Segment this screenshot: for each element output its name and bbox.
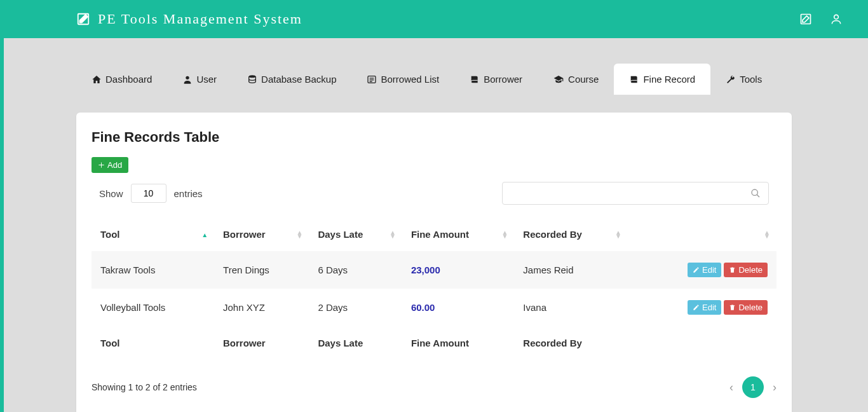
tab-label: Fine Record	[643, 74, 695, 85]
sort-icon: ▲▼	[390, 231, 396, 238]
sort-icon: ▲▼	[501, 231, 508, 238]
brand: PE Tools Management System	[76, 11, 302, 27]
cell-tool: Takraw Tools	[92, 251, 214, 289]
delete-button[interactable]: Delete	[724, 300, 768, 315]
add-label: Add	[107, 160, 122, 170]
foot-days-late: Days Late	[309, 326, 402, 360]
edit-button[interactable]: Edit	[688, 300, 721, 315]
cell-actions: Edit Delete	[628, 251, 776, 289]
col-days-late[interactable]: Days Late▲▼	[309, 217, 402, 251]
list-icon	[367, 74, 377, 85]
compose-icon[interactable]	[799, 13, 812, 25]
wrench-icon	[726, 74, 736, 85]
tab-label: Tools	[740, 74, 762, 85]
pagination: ‹ 1 ›	[729, 376, 776, 398]
fine-records-table: Tool▲ Borrower▲▼ Days Late▲▼ Fine Amount…	[92, 217, 776, 360]
tab-label: Borrower	[484, 74, 522, 85]
search-input[interactable]	[510, 188, 750, 198]
trash-icon	[729, 304, 736, 311]
table-row: Takraw ToolsTren Dings6 Days23,000James …	[92, 251, 776, 289]
edit-button[interactable]: Edit	[688, 263, 721, 277]
tab-user[interactable]: User	[167, 64, 232, 95]
foot-actions	[628, 326, 776, 360]
trash-icon	[729, 266, 736, 273]
tab-label: Database Backup	[261, 74, 336, 85]
add-button[interactable]: Add	[92, 157, 128, 173]
svg-point-9	[752, 189, 757, 195]
sidebar-strip	[0, 0, 4, 412]
tab-borrower[interactable]: Borrower	[454, 64, 538, 95]
cell-fine-amount: 23,000	[402, 251, 514, 289]
entries-label: entries	[174, 188, 203, 199]
col-borrower[interactable]: Borrower▲▼	[214, 217, 309, 251]
foot-recorded-by: Recorded By	[514, 326, 628, 360]
show-entries: Show entries	[99, 184, 203, 203]
search-box	[502, 182, 769, 205]
tab-dashboard[interactable]: Dashboard	[76, 64, 167, 95]
user-icon	[182, 74, 193, 85]
graduation-icon	[553, 74, 564, 85]
book-icon	[470, 74, 480, 85]
nav-tabs: Dashboard User Database Backup Borrowed …	[76, 64, 792, 95]
search-icon	[750, 188, 761, 198]
col-actions[interactable]: ▲▼	[628, 217, 776, 251]
cell-borrower: Tren Dings	[214, 251, 309, 289]
tab-course[interactable]: Course	[538, 64, 614, 95]
col-fine-amount[interactable]: Fine Amount▲▼	[402, 217, 514, 251]
page-title: Fine Records Table	[92, 129, 776, 146]
table-row: Volleyball ToolsJohn XYZ2 Days60.00Ivana…	[92, 289, 776, 326]
sort-icon: ▲▼	[615, 231, 621, 238]
cell-actions: Edit Delete	[628, 289, 776, 326]
plus-icon	[98, 161, 105, 168]
tab-database-backup[interactable]: Database Backup	[232, 64, 351, 95]
edit-icon	[76, 12, 90, 26]
sort-icon: ▲▼	[296, 231, 302, 238]
content: Dashboard User Database Backup Borrowed …	[0, 38, 868, 412]
show-label: Show	[99, 188, 123, 199]
sort-asc-icon: ▲	[201, 231, 208, 238]
cell-days-late: 6 Days	[309, 251, 402, 289]
user-icon[interactable]	[830, 13, 843, 25]
database-icon	[247, 74, 257, 85]
top-navbar: PE Tools Management System	[0, 0, 868, 38]
col-tool[interactable]: Tool▲	[92, 217, 214, 251]
delete-button[interactable]: Delete	[724, 263, 768, 277]
sort-icon: ▲▼	[764, 231, 770, 238]
foot-borrower: Borrower	[214, 326, 309, 360]
home-icon	[92, 74, 102, 85]
svg-line-10	[757, 195, 759, 197]
tab-fine-record[interactable]: Fine Record	[614, 64, 710, 95]
foot-tool: Tool	[92, 326, 214, 360]
cell-borrower: John XYZ	[214, 289, 309, 326]
table-footer: Showing 1 to 2 of 2 entries ‹ 1 ›	[92, 376, 776, 398]
pencil-icon	[693, 266, 700, 273]
fine-records-card: Fine Records Table Add Show entries Tool…	[76, 113, 792, 412]
next-page[interactable]: ›	[773, 381, 776, 394]
cell-recorded-by: Ivana	[514, 289, 628, 326]
tab-tools[interactable]: Tools	[710, 64, 777, 95]
navbar-icons	[799, 13, 843, 25]
svg-point-4	[249, 75, 256, 78]
tab-label: Borrowed List	[381, 74, 439, 85]
tab-borrowed-list[interactable]: Borrowed List	[351, 64, 454, 95]
col-recorded-by[interactable]: Recorded By▲▼	[514, 217, 628, 251]
cell-tool: Volleyball Tools	[92, 289, 214, 326]
page-number[interactable]: 1	[742, 376, 764, 398]
table-controls: Show entries	[92, 182, 776, 205]
cell-recorded-by: James Reid	[514, 251, 628, 289]
svg-point-2	[834, 15, 839, 19]
prev-page[interactable]: ‹	[729, 381, 733, 394]
svg-point-3	[186, 76, 189, 79]
tab-label: User	[196, 74, 217, 85]
book-icon	[629, 74, 639, 85]
pencil-icon	[693, 304, 700, 311]
tab-label: Course	[568, 74, 599, 85]
table-info: Showing 1 to 2 of 2 entries	[92, 382, 197, 392]
foot-fine-amount: Fine Amount	[402, 326, 514, 360]
cell-days-late: 2 Days	[309, 289, 402, 326]
cell-fine-amount: 60.00	[402, 289, 514, 326]
entries-input[interactable]	[131, 184, 166, 203]
tab-label: Dashboard	[105, 74, 152, 85]
brand-title: PE Tools Management System	[98, 11, 302, 27]
